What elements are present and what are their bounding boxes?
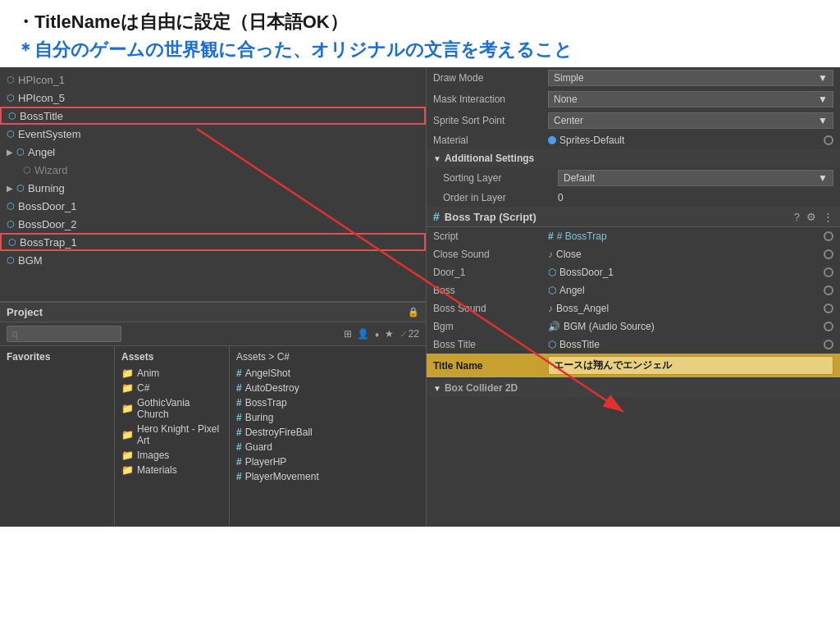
door1-value: ⬡ BossDoor_1 bbox=[548, 267, 833, 278]
more-icon[interactable]: ⋮ bbox=[823, 211, 833, 223]
csharp-item[interactable]: # DestroyFireBall bbox=[236, 425, 419, 440]
settings-icon[interactable]: ⚙ bbox=[806, 211, 816, 223]
add-icon[interactable]: 👤 bbox=[357, 328, 369, 340]
hash-icon: # bbox=[236, 441, 242, 453]
hash-icon: # bbox=[236, 368, 242, 379]
project-content: Favorites Assets 📁 Anim 📁 C# 📁 G bbox=[0, 346, 426, 527]
filter-icon[interactable]: ⊞ bbox=[344, 328, 352, 340]
bgm-label: Bgm bbox=[433, 321, 548, 332]
hierarchy-item[interactable]: ⬡ BossDoor_1 bbox=[0, 197, 426, 215]
bgm-row: Bgm 🔊 BGM (Audio Source) bbox=[427, 317, 840, 336]
folder-icon: 📁 bbox=[121, 382, 134, 394]
bgm-circle-icon[interactable] bbox=[824, 322, 833, 331]
sorting-layer-dropdown[interactable]: Default ▼ bbox=[558, 170, 833, 186]
hash-icon: # bbox=[236, 382, 242, 394]
close-sound-circle-icon[interactable] bbox=[824, 249, 833, 259]
search-bar: ⊞ 👤 ⬧ ★ ⟋22 bbox=[0, 322, 426, 346]
cube-icon: ⬡ bbox=[16, 147, 25, 158]
sorting-layer-row: Sorting Layer Default ▼ bbox=[427, 167, 840, 189]
script-hash-icon: # bbox=[433, 210, 440, 223]
asset-item-hero-knight[interactable]: 📁 Hero Knight - Pixel Art bbox=[121, 422, 222, 448]
material-circle-icon[interactable] bbox=[824, 135, 833, 145]
boss-circle-icon[interactable] bbox=[824, 285, 833, 295]
asset-item[interactable]: 📁 Anim bbox=[121, 366, 222, 381]
script-section-header: # Boss Trap (Script) ? ⚙ ⋮ bbox=[427, 207, 840, 227]
annotation-line2: ＊自分のゲームの世界観に合った、オリジナルの文言を考えること bbox=[16, 38, 824, 62]
close-sound-row: Close Sound ♪ Close bbox=[427, 245, 840, 263]
draw-mode-row: Draw Mode Simple ▼ bbox=[427, 67, 840, 89]
additional-settings-header[interactable]: ▼ Additional Settings bbox=[427, 149, 840, 167]
hierarchy-item[interactable]: ⬡ BossDoor_2 bbox=[0, 215, 426, 233]
cube-icon: ⬡ bbox=[23, 165, 31, 176]
hierarchy-item[interactable]: ⬡ BGM bbox=[0, 251, 426, 269]
box-collider-header[interactable]: ▼ Box Collider 2D bbox=[427, 379, 840, 397]
door1-circle-icon[interactable] bbox=[824, 267, 833, 277]
star-icon[interactable]: ★ bbox=[385, 328, 394, 340]
folder-icon: 📁 bbox=[121, 429, 134, 441]
music-icon: ♪ bbox=[548, 249, 553, 260]
boss-sound-row: Boss Sound ♪ Boss_Angel bbox=[427, 299, 840, 317]
right-panel: Draw Mode Simple ▼ Mask Interaction None… bbox=[427, 67, 840, 527]
cube-icon: ⬡ bbox=[7, 93, 15, 103]
tag-icon[interactable]: ⬧ bbox=[374, 328, 380, 340]
cube-icon: ⬡ bbox=[7, 219, 15, 230]
csharp-item[interactable]: # AngelShot bbox=[236, 366, 419, 381]
assets-title: Assets bbox=[121, 351, 222, 363]
order-in-layer-label: Order in Layer bbox=[443, 192, 558, 203]
hash-icon: # bbox=[236, 471, 242, 482]
boss-sound-circle-icon[interactable] bbox=[824, 304, 833, 313]
close-sound-label: Close Sound bbox=[433, 249, 548, 260]
csharp-item[interactable]: # BossTrap bbox=[236, 395, 419, 410]
script-circle-icon[interactable] bbox=[824, 231, 833, 241]
csharp-item[interactable]: # Buring bbox=[236, 410, 419, 425]
close-sound-value: ♪ Close bbox=[548, 249, 833, 260]
project-header: Project 🔒 bbox=[0, 303, 426, 322]
asset-item[interactable]: 📁 GothicVania Church bbox=[121, 395, 222, 422]
folder-icon: 📁 bbox=[121, 403, 134, 414]
hierarchy-item-bosstrap[interactable]: ⬡ BossTrap_1 bbox=[0, 233, 426, 251]
annotation-line1: ・TitleNameは自由に設定（日本語OK） bbox=[16, 10, 824, 34]
search-input[interactable] bbox=[7, 326, 121, 342]
hierarchy-list: ⬡ HPIcon_1 ⬡ HPIcon_5 ⬡ BossTitle ⬡ Even… bbox=[0, 67, 426, 301]
hierarchy-item[interactable]: ⬡ EventSystem bbox=[0, 125, 426, 143]
boss-sound-value: ♪ Boss_Angel bbox=[548, 303, 833, 314]
title-name-value[interactable]: エースは翔んでエンジェル bbox=[548, 356, 833, 375]
boss-title-row: Boss Title ⬡ BossTitle bbox=[427, 336, 840, 354]
asset-item[interactable]: 📁 Images bbox=[121, 448, 222, 463]
script-label: Script bbox=[433, 231, 548, 242]
sorting-layer-label: Sorting Layer bbox=[443, 172, 558, 184]
folder-icon: 📁 bbox=[121, 368, 134, 379]
mask-interaction-dropdown[interactable]: None ▼ bbox=[548, 91, 833, 107]
material-value: Sprites-Default bbox=[548, 135, 833, 146]
hierarchy-item-bosstitle[interactable]: ⬡ BossTitle bbox=[0, 107, 426, 125]
asset-item[interactable]: 📁 Materials bbox=[121, 463, 222, 477]
boss-music-icon: ♪ bbox=[548, 303, 553, 314]
collider-label: Box Collider 2D bbox=[445, 382, 518, 394]
csharp-item[interactable]: # AutoDestroy bbox=[236, 381, 419, 395]
hash-icon: # bbox=[236, 456, 242, 468]
hierarchy-item[interactable]: ⬡ HPIcon_5 bbox=[0, 89, 426, 107]
cube-icon: ⬡ bbox=[7, 255, 15, 266]
csharp-item[interactable]: # PlayerMovement bbox=[236, 469, 419, 484]
draw-mode-dropdown[interactable]: Simple ▼ bbox=[548, 70, 833, 86]
hierarchy-item[interactable]: ⬡ HPIcon_1 bbox=[0, 71, 426, 89]
cube-icon: ⬡ bbox=[7, 129, 15, 139]
hierarchy-item[interactable]: ▶ ⬡ Angel bbox=[0, 143, 426, 161]
sprite-sort-dropdown[interactable]: Center ▼ bbox=[548, 112, 833, 129]
boss-title-circle-icon[interactable] bbox=[824, 340, 833, 349]
boss-label: Boss bbox=[433, 285, 548, 296]
csharp-item[interactable]: # PlayerHP bbox=[236, 454, 419, 469]
asset-item[interactable]: 📁 C# bbox=[121, 381, 222, 395]
material-dot bbox=[548, 136, 556, 144]
hierarchy-item[interactable]: ⬡ Wizard bbox=[0, 161, 426, 179]
project-title: Project bbox=[7, 306, 43, 318]
hierarchy-item[interactable]: ▶ ⬡ Burning bbox=[0, 179, 426, 197]
sprite-sort-row: Sprite Sort Point Center ▼ bbox=[427, 110, 840, 131]
help-icon[interactable]: ? bbox=[794, 211, 800, 223]
csharp-item[interactable]: # Guard bbox=[236, 440, 419, 454]
left-panel: ⬡ HPIcon_1 ⬡ HPIcon_5 ⬡ BossTitle ⬡ Even… bbox=[0, 67, 427, 527]
folder-icon: 📁 bbox=[121, 464, 134, 476]
boss-title-obj-icon: ⬡ bbox=[548, 339, 556, 350]
csharp-header: Assets > C# bbox=[236, 351, 419, 363]
hash-icon: # bbox=[236, 412, 242, 423]
